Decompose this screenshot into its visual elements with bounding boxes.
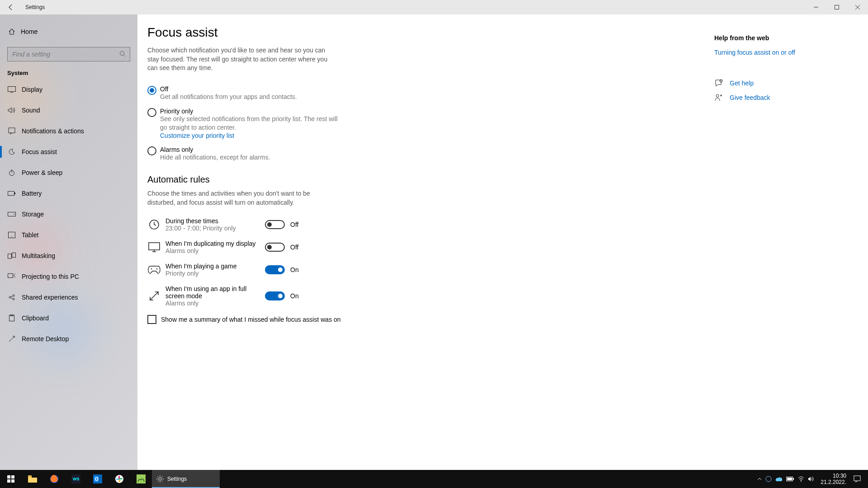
radio-off[interactable]: Off Get all notifications from your apps… <box>147 85 342 101</box>
sidebar-item-label: Clipboard <box>22 314 49 322</box>
window-titlebar: Settings <box>0 0 868 14</box>
close-icon <box>855 5 860 9</box>
sidebar-item-label: Focus assist <box>22 148 57 155</box>
svg-rect-32 <box>11 475 14 479</box>
rule-fullscreen-app[interactable]: When I'm using an app in full screen mod… <box>147 285 491 307</box>
svg-point-48 <box>159 478 161 480</box>
page-description: Choose which notification you'd like to … <box>147 46 328 73</box>
svg-point-2 <box>120 52 124 56</box>
sidebar-item-tablet[interactable]: Tablet <box>0 225 137 245</box>
get-help-link[interactable]: Get help <box>730 80 754 87</box>
sidebar-item-power[interactable]: Power & sleep <box>0 162 137 183</box>
sidebar-item-sound[interactable]: Sound <box>0 100 137 121</box>
sidebar-item-notifications[interactable]: Notifications & actions <box>0 121 137 141</box>
taskbar-file-explorer[interactable] <box>22 470 43 488</box>
globe-icon <box>765 476 772 482</box>
rule-duplicating-display[interactable]: When I'm duplicating my display Alarms o… <box>147 240 491 254</box>
svg-rect-54 <box>854 476 860 481</box>
give-feedback-link[interactable]: Give feedback <box>730 94 770 101</box>
taskbar-slack[interactable] <box>108 470 130 488</box>
radio-priority-only[interactable]: Priority only See only selected notifica… <box>147 108 342 140</box>
minimize-icon <box>814 5 818 9</box>
taskbar-tray[interactable] <box>757 476 814 482</box>
sidebar-item-label: Power & sleep <box>22 169 62 176</box>
sidebar-home-label: Home <box>21 28 38 35</box>
toggle-switch[interactable] <box>265 220 285 229</box>
close-button[interactable] <box>847 0 868 14</box>
taskbar-clock[interactable]: 10:30 21.2.2022. <box>821 473 846 486</box>
automatic-rules-heading: Automatic rules <box>147 174 491 185</box>
sidebar-item-clipboard[interactable]: Clipboard <box>0 308 137 328</box>
sidebar-item-label: Shared experiences <box>22 294 78 301</box>
sidebar-item-label: Multitasking <box>22 252 55 259</box>
svg-point-49 <box>766 476 771 482</box>
radio-description: See only selected notifications from the… <box>160 115 342 132</box>
sidebar-item-label: Battery <box>22 190 42 197</box>
give-feedback-row[interactable]: Give feedback <box>714 93 841 102</box>
svg-point-14 <box>11 236 12 237</box>
taskbar-firefox[interactable] <box>43 470 65 488</box>
taskbar-action-center[interactable] <box>849 470 865 488</box>
clock-icon <box>147 218 161 231</box>
svg-line-3 <box>124 55 126 57</box>
sidebar-item-label: Tablet <box>22 231 38 239</box>
sidebar-item-battery[interactable]: Battery <box>0 183 137 204</box>
windows-icon <box>7 475 14 483</box>
svg-rect-17 <box>8 274 13 278</box>
minimize-button[interactable] <box>806 0 826 14</box>
radio-description: Hide all notifications, except for alarm… <box>160 153 270 162</box>
svg-rect-34 <box>11 479 14 483</box>
radio-alarms-only[interactable]: Alarms only Hide all notifications, exce… <box>147 146 342 162</box>
sidebar-item-remote-desktop[interactable]: Remote Desktop <box>0 328 137 349</box>
radio-label: Priority only <box>160 108 342 115</box>
svg-point-18 <box>9 296 11 298</box>
rule-title: During these times <box>165 217 265 225</box>
checkbox-label: Show me a summary of what I missed while… <box>161 316 341 323</box>
sidebar-home[interactable]: Home <box>0 22 137 42</box>
maximize-icon <box>835 5 839 9</box>
start-button[interactable] <box>0 470 22 488</box>
rule-playing-game[interactable]: When I'm playing a game Priority only On <box>147 263 491 277</box>
sidebar-item-display[interactable]: Display <box>0 79 137 100</box>
sidebar-item-label: Display <box>22 86 42 93</box>
svg-rect-10 <box>14 192 15 194</box>
notification-icon <box>854 475 861 483</box>
rule-subtitle: Alarms only <box>165 247 265 254</box>
toggle-switch[interactable] <box>265 265 285 274</box>
sidebar-group-label: System <box>7 70 137 76</box>
taskbar-outlook[interactable]: O <box>87 470 108 488</box>
sidebar-item-projecting[interactable]: Projecting to this PC <box>0 266 137 287</box>
gear-icon <box>156 475 164 483</box>
taskbar-webstorm[interactable]: WS <box>65 470 87 488</box>
taskbar-time: 10:30 <box>821 473 846 479</box>
projecting-icon <box>7 272 16 281</box>
rule-title: When I'm playing a game <box>165 263 265 270</box>
toggle-switch[interactable] <box>265 291 285 300</box>
svg-rect-16 <box>12 253 16 258</box>
cloud-icon <box>775 477 783 482</box>
radio-input[interactable] <box>147 108 156 117</box>
customize-priority-link[interactable]: Customize your priority list <box>160 132 234 139</box>
sidebar-item-label: Storage <box>22 211 44 218</box>
rule-during-times[interactable]: During these times 23:00 - 7:00; Priorit… <box>147 217 491 232</box>
taskbar-app-misc[interactable] <box>130 470 152 488</box>
radio-input[interactable] <box>147 146 156 155</box>
sidebar-item-multitasking[interactable]: Multitasking <box>0 245 137 266</box>
get-help-row[interactable]: Get help <box>714 79 841 88</box>
sidebar-item-focus-assist[interactable]: Focus assist <box>0 141 137 162</box>
taskbar-settings[interactable]: Settings <box>152 470 220 488</box>
sidebar-item-storage[interactable]: Storage <box>0 204 137 225</box>
checkbox-input[interactable] <box>147 315 156 324</box>
taskbar-date: 21.2.2022. <box>821 479 846 485</box>
toggle-switch[interactable] <box>265 243 285 252</box>
power-icon <box>7 168 16 177</box>
search-input[interactable] <box>7 47 130 61</box>
back-button[interactable] <box>0 0 22 14</box>
battery-tray-icon <box>786 477 794 482</box>
summary-checkbox-row[interactable]: Show me a summary of what I missed while… <box>147 315 491 324</box>
automatic-rules-description: Choose the times and activities when you… <box>147 189 328 207</box>
sidebar-item-shared[interactable]: Shared experiences <box>0 287 137 308</box>
help-link[interactable]: Turning focus assist on or off <box>714 49 841 56</box>
radio-input[interactable] <box>147 86 156 95</box>
maximize-button[interactable] <box>826 0 847 14</box>
